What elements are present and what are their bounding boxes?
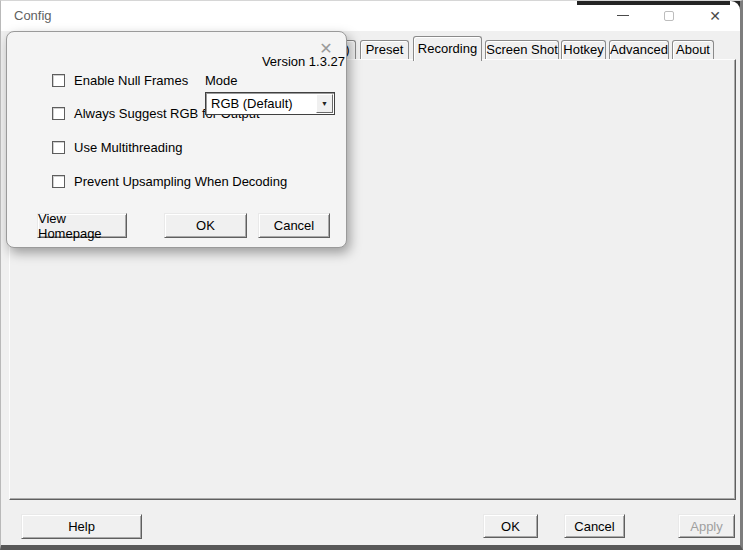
multithreading-checkbox[interactable] (52, 141, 65, 154)
tab-preset[interactable]: Preset (360, 40, 409, 59)
tab-screen-shot[interactable]: Screen Shot (485, 40, 559, 59)
tab-about[interactable]: About (672, 40, 714, 59)
apply-button[interactable]: Apply (678, 514, 735, 538)
minimize-icon (617, 15, 629, 16)
titlebar: Config ✕ (1, 1, 740, 31)
prevent-upsampling-label: Prevent Upsampling When Decoding (74, 174, 287, 189)
window-title: Config (14, 8, 52, 23)
minimize-button[interactable] (600, 1, 646, 30)
options-dialog: ✕ Version 1.3.27 Enable Null Frames Alwa… (6, 31, 347, 248)
tab-recording[interactable]: Recording (413, 36, 482, 61)
help-button[interactable]: Help (21, 514, 142, 539)
ok-button[interactable]: OK (483, 514, 538, 538)
suggest-rgb-checkbox[interactable] (52, 107, 65, 120)
tab-advanced[interactable]: Advanced (609, 40, 669, 59)
version-label: Version 1.3.27 (262, 54, 345, 69)
dialog-ok-button[interactable]: OK (164, 213, 247, 238)
maximize-button[interactable] (646, 1, 692, 30)
enable-null-frames-label: Enable Null Frames (74, 73, 188, 88)
prevent-upsampling-checkbox[interactable] (52, 175, 65, 188)
mode-label: Mode (205, 73, 238, 88)
enable-null-frames-checkbox[interactable] (52, 74, 65, 87)
dialog-cancel-button[interactable]: Cancel (258, 213, 330, 238)
tab-hotkey[interactable]: Hotkey (561, 40, 606, 59)
mode-combobox[interactable]: RGB (Default) ▼ (205, 92, 335, 115)
config-window: Config ✕ ) Preset Recording Screen Shot … (0, 0, 743, 550)
cancel-button[interactable]: Cancel (564, 514, 625, 538)
multithreading-label: Use Multithreading (74, 140, 182, 155)
view-homepage-button[interactable]: View Homepage (37, 213, 127, 238)
close-icon: ✕ (709, 9, 721, 23)
chevron-down-icon: ▼ (321, 100, 328, 107)
mode-value: RGB (Default) (211, 96, 293, 111)
maximize-icon (664, 11, 674, 21)
mode-dropdown-button[interactable]: ▼ (316, 94, 333, 113)
